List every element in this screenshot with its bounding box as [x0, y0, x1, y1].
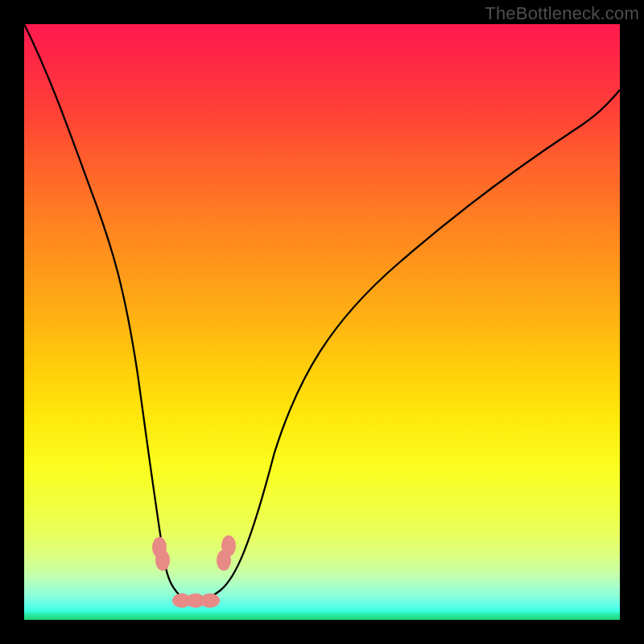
plot-area [24, 24, 620, 620]
bead-bottom-3 [200, 593, 220, 608]
bead-left-2 [152, 537, 167, 558]
curve-path [24, 24, 620, 602]
watermark-text: TheBottleneck.com [485, 3, 639, 24]
chart-frame: TheBottleneck.com [0, 0, 644, 644]
bead-right-2 [221, 535, 236, 556]
bottleneck-curve [24, 24, 620, 620]
